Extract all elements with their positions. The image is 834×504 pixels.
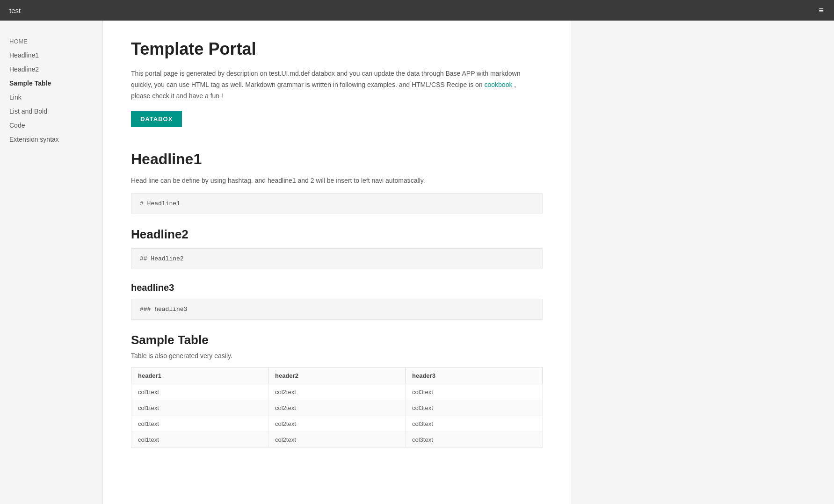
- table-cell: col3text: [406, 400, 543, 416]
- sidebar-item-headline2[interactable]: Headline2: [9, 62, 93, 76]
- code-block-headline1: # Headline1: [131, 193, 543, 214]
- table-header-col1: header1: [131, 367, 268, 384]
- section-headline2-heading: Headline2: [131, 227, 543, 242]
- table-cell: col2text: [268, 432, 406, 448]
- table-cell: col3text: [406, 384, 543, 400]
- description-part1: This portal page is generated by descrip…: [131, 70, 521, 88]
- table-row: col1text col2text col3text: [131, 416, 543, 432]
- sidebar-item-extension-syntax[interactable]: Extension syntax: [9, 132, 93, 146]
- sidebar: HOME Headline1 Headline2 Sample Table Li…: [0, 21, 103, 504]
- navbar-title: test: [9, 7, 21, 14]
- table-cell: col3text: [406, 432, 543, 448]
- table-cell: col1text: [131, 416, 268, 432]
- layout: HOME Headline1 Headline2 Sample Table Li…: [0, 21, 834, 504]
- section-sample-table-desc: Table is also generated very easily.: [131, 352, 543, 360]
- sidebar-item-list-and-bold[interactable]: List and Bold: [9, 104, 93, 118]
- code-block-headline2: ## Headline2: [131, 248, 543, 269]
- table-cell: col2text: [268, 400, 406, 416]
- table-header-col2: header2: [268, 367, 406, 384]
- table-cell: col3text: [406, 416, 543, 432]
- sidebar-item-link[interactable]: Link: [9, 90, 93, 104]
- sidebar-item-home[interactable]: HOME: [9, 35, 93, 48]
- sample-table: header1 header2 header3 col1text col2tex…: [131, 367, 543, 448]
- table-cell: col1text: [131, 400, 268, 416]
- cookbook-link[interactable]: cookbook: [485, 81, 513, 88]
- section-headline1-heading: Headline1: [131, 151, 543, 168]
- section-sample-table-heading: Sample Table: [131, 333, 543, 347]
- menu-icon[interactable]: ≡: [819, 6, 825, 15]
- table-cell: col1text: [131, 432, 268, 448]
- table-row: col1text col2text col3text: [131, 400, 543, 416]
- description-text: This portal page is generated by descrip…: [131, 68, 533, 101]
- databox-button[interactable]: DATABOX: [131, 111, 182, 127]
- table-cell: col2text: [268, 416, 406, 432]
- sidebar-item-headline1[interactable]: Headline1: [9, 48, 93, 62]
- table-header-col3: header3: [406, 367, 543, 384]
- table-row: col1text col2text col3text: [131, 432, 543, 448]
- code-block-headline3: ### headline3: [131, 299, 543, 320]
- section-headline1-desc: Head line can be define by using hashtag…: [131, 175, 543, 187]
- table-row: col1text col2text col3text: [131, 384, 543, 400]
- table-cell: col2text: [268, 384, 406, 400]
- main-content: Template Portal This portal page is gene…: [103, 21, 571, 504]
- page-title: Template Portal: [131, 39, 543, 59]
- section-headline3-heading: headline3: [131, 282, 543, 293]
- table-header-row: header1 header2 header3: [131, 367, 543, 384]
- table-cell: col1text: [131, 384, 268, 400]
- navbar: test ≡: [0, 0, 834, 21]
- sidebar-item-code[interactable]: Code: [9, 118, 93, 132]
- sidebar-item-sample-table[interactable]: Sample Table: [9, 76, 93, 90]
